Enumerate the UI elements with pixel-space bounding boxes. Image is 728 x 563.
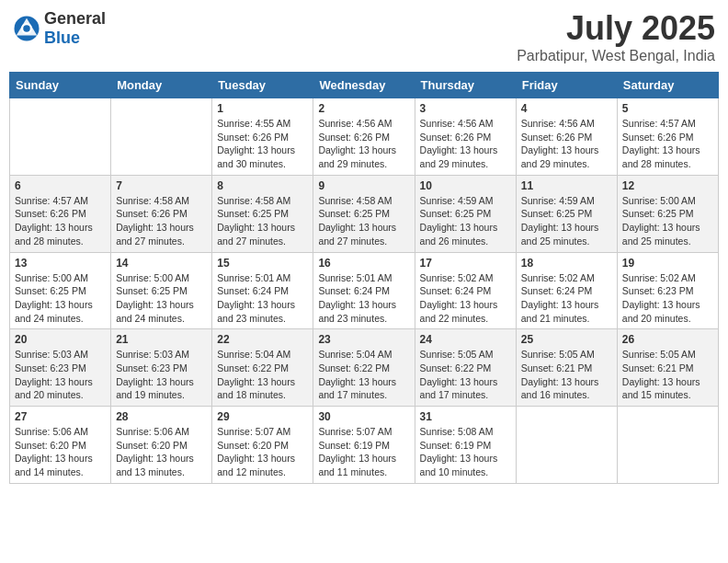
day-info: Sunrise: 5:02 AMSunset: 6:24 PMDaylight:… [521, 271, 612, 326]
day-info: Sunrise: 4:56 AMSunset: 6:26 PMDaylight:… [521, 117, 612, 171]
calendar-cell: 15 Sunrise: 5:01 AMSunset: 6:24 PMDaylig… [212, 252, 313, 329]
col-thursday: Thursday [415, 73, 516, 98]
calendar-cell: 14 Sunrise: 5:00 AMSunset: 6:25 PMDaylig… [111, 252, 212, 329]
logo-icon [13, 15, 40, 42]
calendar-cell: 4 Sunrise: 4:56 AMSunset: 6:26 PMDayligh… [516, 98, 617, 176]
calendar-table: Sunday Monday Tuesday Wednesday Thursday… [9, 72, 719, 484]
calendar-cell: 18 Sunrise: 5:02 AMSunset: 6:24 PMDaylig… [516, 252, 617, 329]
day-number: 10 [420, 179, 511, 192]
calendar-cell: 3 Sunrise: 4:56 AMSunset: 6:26 PMDayligh… [415, 98, 516, 176]
calendar-cell: 11 Sunrise: 4:59 AMSunset: 6:25 PMDaylig… [516, 175, 617, 252]
day-number: 9 [318, 179, 409, 192]
col-tuesday: Tuesday [212, 73, 313, 98]
calendar-cell: 17 Sunrise: 5:02 AMSunset: 6:24 PMDaylig… [415, 252, 516, 329]
logo-blue: Blue [44, 29, 80, 47]
calendar-cell: 9 Sunrise: 4:58 AMSunset: 6:25 PMDayligh… [313, 175, 415, 252]
calendar-cell [516, 407, 617, 484]
day-info: Sunrise: 4:59 AMSunset: 6:25 PMDaylight:… [420, 194, 511, 248]
logo-text: General Blue [44, 9, 106, 48]
day-number: 5 [622, 102, 713, 115]
day-info: Sunrise: 5:03 AMSunset: 6:23 PMDaylight:… [116, 348, 207, 402]
day-info: Sunrise: 4:58 AMSunset: 6:26 PMDaylight:… [116, 194, 207, 248]
day-number: 2 [318, 102, 409, 115]
day-info: Sunrise: 5:01 AMSunset: 6:24 PMDaylight:… [318, 271, 409, 326]
day-number: 4 [521, 102, 612, 115]
day-info: Sunrise: 5:00 AMSunset: 6:25 PMDaylight:… [622, 194, 713, 248]
svg-point-3 [23, 25, 30, 32]
day-number: 15 [217, 257, 308, 270]
calendar-cell [111, 98, 212, 176]
calendar-header-row: Sunday Monday Tuesday Wednesday Thursday… [10, 73, 719, 98]
day-info: Sunrise: 5:03 AMSunset: 6:23 PMDaylight:… [15, 348, 106, 402]
day-number: 20 [15, 333, 106, 346]
calendar-cell [617, 407, 718, 484]
calendar-cell: 24 Sunrise: 5:05 AMSunset: 6:22 PMDaylig… [415, 329, 516, 407]
day-info: Sunrise: 5:07 AMSunset: 6:19 PMDaylight:… [318, 425, 409, 479]
day-info: Sunrise: 4:55 AMSunset: 6:26 PMDaylight:… [217, 117, 308, 171]
calendar-cell: 29 Sunrise: 5:07 AMSunset: 6:20 PMDaylig… [212, 407, 313, 484]
day-info: Sunrise: 5:05 AMSunset: 6:22 PMDaylight:… [420, 348, 511, 402]
day-number: 31 [420, 410, 511, 423]
day-number: 26 [622, 333, 713, 346]
day-info: Sunrise: 4:57 AMSunset: 6:26 PMDaylight:… [622, 117, 713, 171]
day-info: Sunrise: 5:02 AMSunset: 6:23 PMDaylight:… [622, 271, 713, 326]
calendar-cell: 8 Sunrise: 4:58 AMSunset: 6:25 PMDayligh… [212, 175, 313, 252]
page-header: General Blue July 2025 Parbatipur, West … [9, 9, 719, 64]
calendar-week-2: 6 Sunrise: 4:57 AMSunset: 6:26 PMDayligh… [10, 175, 719, 252]
day-info: Sunrise: 4:58 AMSunset: 6:25 PMDaylight:… [217, 194, 308, 248]
calendar-week-3: 13 Sunrise: 5:00 AMSunset: 6:25 PMDaylig… [10, 252, 719, 329]
col-saturday: Saturday [617, 73, 718, 98]
day-number: 14 [116, 257, 207, 270]
calendar-cell: 23 Sunrise: 5:04 AMSunset: 6:22 PMDaylig… [313, 329, 415, 407]
calendar-cell: 22 Sunrise: 5:04 AMSunset: 6:22 PMDaylig… [212, 329, 313, 407]
calendar-cell: 5 Sunrise: 4:57 AMSunset: 6:26 PMDayligh… [617, 98, 718, 176]
day-info: Sunrise: 5:05 AMSunset: 6:21 PMDaylight:… [622, 348, 713, 402]
logo-general: General [44, 9, 106, 28]
month-title: July 2025 [517, 9, 715, 48]
calendar-cell: 30 Sunrise: 5:07 AMSunset: 6:19 PMDaylig… [313, 407, 415, 484]
day-number: 1 [217, 102, 308, 115]
calendar-cell: 25 Sunrise: 5:05 AMSunset: 6:21 PMDaylig… [516, 329, 617, 407]
day-info: Sunrise: 5:01 AMSunset: 6:24 PMDaylight:… [217, 271, 308, 326]
day-number: 21 [116, 333, 207, 346]
location-title: Parbatipur, West Bengal, India [517, 48, 715, 64]
calendar-cell: 16 Sunrise: 5:01 AMSunset: 6:24 PMDaylig… [313, 252, 415, 329]
calendar-week-5: 27 Sunrise: 5:06 AMSunset: 6:20 PMDaylig… [10, 407, 719, 484]
calendar-cell: 28 Sunrise: 5:06 AMSunset: 6:20 PMDaylig… [111, 407, 212, 484]
day-number: 27 [15, 410, 106, 423]
calendar-cell: 21 Sunrise: 5:03 AMSunset: 6:23 PMDaylig… [111, 329, 212, 407]
col-sunday: Sunday [10, 73, 111, 98]
calendar-cell: 12 Sunrise: 5:00 AMSunset: 6:25 PMDaylig… [617, 175, 718, 252]
calendar-cell: 7 Sunrise: 4:58 AMSunset: 6:26 PMDayligh… [111, 175, 212, 252]
day-info: Sunrise: 4:56 AMSunset: 6:26 PMDaylight:… [420, 117, 511, 171]
col-monday: Monday [111, 73, 212, 98]
day-info: Sunrise: 5:06 AMSunset: 6:20 PMDaylight:… [15, 425, 106, 479]
calendar-cell: 19 Sunrise: 5:02 AMSunset: 6:23 PMDaylig… [617, 252, 718, 329]
day-number: 3 [420, 102, 511, 115]
col-friday: Friday [516, 73, 617, 98]
calendar-cell: 31 Sunrise: 5:08 AMSunset: 6:19 PMDaylig… [415, 407, 516, 484]
day-number: 28 [116, 410, 207, 423]
calendar-cell: 6 Sunrise: 4:57 AMSunset: 6:26 PMDayligh… [10, 175, 111, 252]
calendar-cell [10, 98, 111, 176]
day-number: 17 [420, 257, 511, 270]
day-number: 12 [622, 179, 713, 192]
day-info: Sunrise: 4:59 AMSunset: 6:25 PMDaylight:… [521, 194, 612, 248]
day-number: 16 [318, 257, 409, 270]
day-number: 24 [420, 333, 511, 346]
calendar-cell: 26 Sunrise: 5:05 AMSunset: 6:21 PMDaylig… [617, 329, 718, 407]
calendar-cell: 27 Sunrise: 5:06 AMSunset: 6:20 PMDaylig… [10, 407, 111, 484]
day-info: Sunrise: 5:04 AMSunset: 6:22 PMDaylight:… [318, 348, 409, 402]
day-number: 22 [217, 333, 308, 346]
day-number: 7 [116, 179, 207, 192]
day-info: Sunrise: 5:04 AMSunset: 6:22 PMDaylight:… [217, 348, 308, 402]
col-wednesday: Wednesday [313, 73, 415, 98]
day-number: 13 [15, 257, 106, 270]
day-info: Sunrise: 5:02 AMSunset: 6:24 PMDaylight:… [420, 271, 511, 326]
day-info: Sunrise: 5:08 AMSunset: 6:19 PMDaylight:… [420, 425, 511, 479]
day-info: Sunrise: 4:56 AMSunset: 6:26 PMDaylight:… [318, 117, 409, 171]
logo: General Blue [13, 9, 106, 48]
day-number: 18 [521, 257, 612, 270]
day-info: Sunrise: 5:00 AMSunset: 6:25 PMDaylight:… [116, 271, 207, 326]
calendar-cell: 10 Sunrise: 4:59 AMSunset: 6:25 PMDaylig… [415, 175, 516, 252]
